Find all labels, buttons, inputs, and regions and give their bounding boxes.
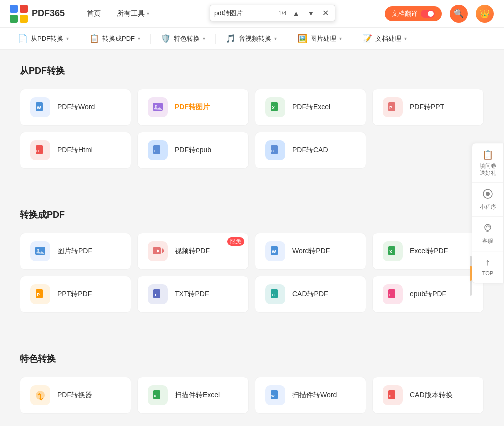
- scan-to-word-icon: W: [266, 385, 286, 405]
- tool-excel-to-pdf[interactable]: X Excel转PDF: [372, 233, 484, 270]
- pdf-to-image-label: PDF转图片: [175, 103, 210, 112]
- tool-pdf-to-word[interactable]: W PDF转Word: [20, 89, 132, 126]
- pdf-to-ppt-icon: P: [383, 97, 403, 117]
- scan-to-word-label: 扫描件转Word: [292, 391, 337, 400]
- pdf-to-epub-icon: E: [148, 140, 168, 160]
- logo-text: PDF365: [32, 8, 65, 19]
- tool-pdf-to-image[interactable]: PDF转图片: [138, 89, 249, 126]
- tool-image-to-pdf[interactable]: 图片转PDF: [20, 233, 132, 270]
- search-input[interactable]: [214, 9, 274, 17]
- to-pdf-grid: 图片转PDF 视频转PDF 限免 W Word转PDF X Excel转PD: [20, 233, 484, 313]
- tool-epub-to-pdf[interactable]: E epub转PDF: [372, 276, 484, 313]
- pdf-converter-label: PDF转换器: [58, 391, 92, 400]
- toolbar: 📄 从PDF转换 ▾ 📋 转换成PDF ▾ 🛡️ 特色转换 ▾ 🎵 音视频转换 …: [0, 28, 504, 50]
- svg-marker-21: [162, 248, 164, 253]
- media-icon: 🎵: [226, 34, 236, 43]
- nav-all-tools[interactable]: 所有工具 ▾: [110, 6, 156, 21]
- ppt-to-pdf-icon: P: [30, 284, 50, 304]
- toolbar-from-pdf[interactable]: 📄 从PDF转换 ▾: [10, 31, 77, 46]
- svg-text:C: C: [389, 394, 392, 398]
- tool-ppt-to-pdf[interactable]: P PPT转PDF: [20, 276, 132, 313]
- toolbar-media[interactable]: 🎵 音视频转换 ▾: [218, 31, 285, 46]
- search-icon: 🔍: [454, 9, 464, 18]
- tool-scan-to-excel[interactable]: X 扫描件转Excel: [138, 377, 249, 414]
- to-pdf-icon: 📋: [90, 34, 100, 43]
- chevron-down-icon: ▾: [147, 11, 150, 16]
- svg-rect-0: [10, 5, 18, 13]
- epub-to-pdf-icon: E: [383, 284, 403, 304]
- svg-text:E: E: [390, 293, 392, 297]
- separator: [150, 34, 151, 44]
- tool-cad-to-pdf[interactable]: C CAD转PDF: [255, 276, 366, 313]
- video-to-pdf-label: 视频转PDF: [175, 247, 210, 256]
- cad-version-icon: C: [383, 385, 403, 405]
- search-bar-floating: 1/4 ▲ ▼ ✕: [210, 5, 336, 21]
- section-from-pdf-title: 从PDF转换: [20, 65, 484, 77]
- search-next-button[interactable]: ▼: [306, 8, 317, 18]
- section-to-pdf: 转换成PDF 图片转PDF 视频转PDF 限免 W Word转PDF: [20, 209, 484, 313]
- toggle-switch[interactable]: [421, 10, 435, 18]
- tool-cad-version[interactable]: C CAD版本转换: [372, 377, 484, 414]
- toolbar-image[interactable]: 🖼️ 图片处理 ▾: [290, 31, 350, 46]
- search-close-button[interactable]: ✕: [320, 7, 331, 19]
- svg-text:P: P: [390, 105, 392, 110]
- search-prev-button[interactable]: ▲: [291, 8, 302, 18]
- tool-video-to-pdf[interactable]: 视频转PDF 限免: [138, 233, 249, 270]
- svg-text:X: X: [154, 394, 156, 398]
- logo-area[interactable]: PDF365: [10, 5, 65, 23]
- svg-point-44: [485, 225, 491, 231]
- separator: [79, 34, 80, 44]
- svg-point-43: [486, 192, 490, 196]
- section-special: 特色转换 PDF转换器 X 扫描件转Excel W 扫描件转Word: [20, 353, 484, 414]
- service-icon: [483, 223, 493, 236]
- tool-scan-to-word[interactable]: W 扫描件转Word: [255, 377, 366, 414]
- toolbar-special[interactable]: 🛡️ 特色转换 ▾: [153, 31, 214, 46]
- chevron-icon: ▾: [404, 36, 407, 41]
- separator: [352, 34, 352, 44]
- toolbar-to-pdf[interactable]: 📋 转换成PDF ▾: [82, 31, 148, 46]
- video-to-pdf-icon: [148, 241, 168, 261]
- svg-text:C: C: [272, 149, 274, 153]
- tool-pdf-converter[interactable]: PDF转换器: [20, 377, 132, 414]
- sidebar-miniapp[interactable]: 小程序: [472, 183, 504, 217]
- special-grid: PDF转换器 X 扫描件转Excel W 扫描件转Word C CAD版本转换: [20, 377, 484, 414]
- nav-home[interactable]: 首页: [80, 6, 108, 21]
- tool-pdf-to-epub[interactable]: E PDF转epub: [138, 132, 249, 169]
- pdf-to-epub-label: PDF转epub: [175, 146, 212, 155]
- sidebar-top[interactable]: ↑ TOP: [472, 251, 504, 283]
- user-avatar[interactable]: 👑: [476, 5, 494, 23]
- tool-pdf-to-ppt[interactable]: P PDF转PPT: [372, 89, 484, 126]
- tool-txt-to-pdf[interactable]: T TXT转PDF: [138, 276, 249, 313]
- scan-to-excel-label: 扫描件转Excel: [175, 391, 220, 400]
- image-icon: 🖼️: [298, 34, 308, 43]
- section-divider-1: [0, 189, 504, 194]
- svg-text:W: W: [272, 394, 275, 398]
- search-icon-button[interactable]: 🔍: [450, 5, 468, 23]
- svg-text:W: W: [272, 249, 276, 254]
- svg-text:H: H: [36, 149, 39, 153]
- image-to-pdf-label: 图片转PDF: [58, 247, 92, 256]
- tool-pdf-to-excel[interactable]: X PDF转Excel: [255, 89, 366, 126]
- tool-pdf-to-cad[interactable]: C PDF转CAD: [255, 132, 366, 169]
- tool-pdf-to-html[interactable]: H PDF转Html: [20, 132, 132, 169]
- cad-to-pdf-icon: C: [266, 284, 286, 304]
- txt-to-pdf-label: TXT转PDF: [175, 290, 209, 299]
- sidebar-survey-label: 填问卷送好礼: [480, 162, 496, 177]
- tool-word-to-pdf[interactable]: W Word转PDF: [255, 233, 366, 270]
- chevron-icon: ▾: [138, 36, 140, 41]
- pdf-to-excel-icon: X: [266, 97, 286, 117]
- section-special-title: 特色转换: [20, 353, 484, 365]
- sidebar-top-label: TOP: [482, 270, 494, 277]
- svg-point-7: [155, 105, 157, 107]
- separator: [216, 34, 216, 44]
- sidebar-survey[interactable]: 📋 填问卷送好礼: [472, 143, 504, 183]
- sidebar-service[interactable]: 客服: [472, 217, 504, 251]
- right-sidebar: 📋 填问卷送好礼 小程序 客服 ↑ TOP: [472, 143, 504, 283]
- word-to-pdf-label: Word转PDF: [292, 247, 330, 256]
- limited-free-badge: 限免: [228, 237, 244, 246]
- toolbar-doc[interactable]: 📝 文档处理 ▾: [354, 31, 415, 46]
- svg-text:X: X: [272, 105, 275, 110]
- svg-text:P: P: [37, 292, 40, 297]
- translate-button[interactable]: 文档翻译: [385, 6, 442, 21]
- pdf-to-word-label: PDF转Word: [58, 103, 95, 112]
